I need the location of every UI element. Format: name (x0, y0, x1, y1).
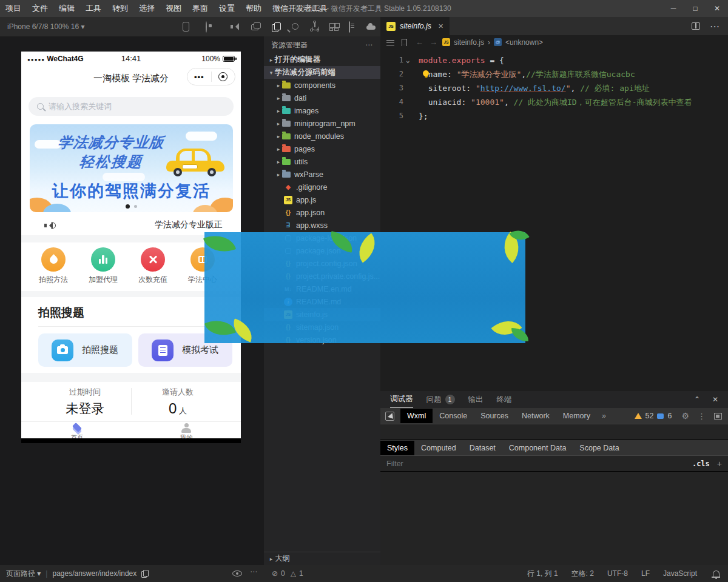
collapse-panel-icon[interactable]: ⌃ (694, 395, 700, 404)
tree-item-pages[interactable]: ▸pages (264, 142, 380, 155)
menu-item-5[interactable]: 选择 (133, 3, 160, 14)
info-bubble-icon[interactable] (657, 413, 664, 419)
back-icon[interactable]: ← (416, 38, 423, 47)
split-editor-icon[interactable] (692, 22, 700, 30)
tree-item-app.js[interactable]: JSapp.js (264, 193, 380, 206)
panel-tab-输出[interactable]: 输出 (468, 395, 484, 405)
outline-section[interactable]: ▸ 大纲 (264, 552, 380, 565)
device-icon[interactable] (183, 22, 189, 32)
grid-item-1[interactable]: 拍照方法 (32, 247, 75, 285)
devtools-tab-network[interactable]: Network (515, 409, 556, 423)
editor-more-icon[interactable]: ⋯ (710, 21, 720, 32)
exam-icon (152, 340, 174, 361)
status-item-2[interactable]: UTF-8 (607, 569, 628, 578)
statusbar-more-icon[interactable]: ⋯ (250, 567, 258, 576)
menu-item-9[interactable]: 帮助 (240, 3, 267, 14)
grid-item-2[interactable]: 加盟代理 (82, 247, 124, 285)
cls-toggle[interactable]: .cls (692, 460, 710, 468)
devtools-tab-sources[interactable]: Sources (474, 409, 515, 423)
problems-indicator[interactable]: ⊘ 0 △ 1 (272, 565, 303, 582)
file-icon[interactable] (349, 21, 350, 33)
notifications-bell-icon[interactable] (713, 570, 720, 577)
forward-icon[interactable]: → (430, 38, 437, 47)
tree-item-app.json[interactable]: {}app.json (264, 206, 380, 219)
more-tabs-icon[interactable]: » (602, 412, 606, 420)
code-area[interactable]: 1⌄module.exports = {2 name: "学法减分专业版",//… (380, 53, 728, 123)
devtools-settings-icon[interactable]: ⚙ (681, 411, 689, 421)
warning-count[interactable]: 52 (645, 412, 654, 420)
bookmark-icon[interactable] (402, 39, 407, 46)
folder-icon (282, 121, 291, 127)
copy-path-icon[interactable] (141, 570, 148, 577)
tree-item-node_modules[interactable]: ▸node_modules (264, 130, 380, 142)
tree-item-app.wxss[interactable]: Eapp.wxss (264, 219, 380, 232)
maximize-button[interactable]: □ (684, 0, 706, 17)
inspect-element-icon[interactable] (385, 412, 394, 421)
tree-item-.gitignore[interactable]: ◆.gitignore (264, 181, 380, 193)
tree-label: 打开的编辑器 (275, 55, 320, 65)
status-item-0[interactable]: 行 1, 列 1 (527, 569, 558, 579)
tree-item-images[interactable]: ▸images (264, 104, 380, 117)
tree-item-wxparse[interactable]: ▸wxParse (264, 168, 380, 181)
styles-tab-component-data[interactable]: Component Data (502, 441, 573, 455)
menu-item-4[interactable]: 转到 (107, 3, 133, 14)
tree-item-dati[interactable]: ▸dati (264, 92, 380, 104)
panel-tab-问题[interactable]: 问题1 (426, 395, 455, 405)
styles-tab-computed[interactable]: Computed (414, 441, 463, 455)
search-input[interactable]: 请输入搜索关键词 (29, 97, 234, 116)
add-style-icon[interactable]: + (717, 459, 722, 469)
record-icon[interactable] (206, 21, 207, 33)
warning-triangle-icon[interactable] (635, 413, 642, 419)
tree-item-components[interactable]: ▸components (264, 79, 380, 92)
explorer-more-icon[interactable]: ⋯ (365, 41, 373, 49)
styles-tab-dataset[interactable]: Dataset (463, 441, 502, 455)
status-item-3[interactable]: LF (641, 569, 650, 578)
grid-item-3[interactable]: 次数充值 (132, 247, 174, 285)
device-selector[interactable]: iPhone 6/7/8 100% 16 ▾ (7, 17, 84, 36)
breadcrumb-file[interactable]: siteinfo.js (454, 38, 484, 47)
lightbulb-icon[interactable] (423, 70, 429, 76)
devtools-tab-wxml[interactable]: Wxml (400, 409, 433, 423)
menu-item-3[interactable]: 工具 (80, 3, 107, 14)
styles-filter-input[interactable] (380, 460, 692, 468)
eye-icon[interactable] (232, 570, 242, 577)
menu-item-0[interactable]: 项目 (0, 3, 27, 14)
outline-list-icon[interactable] (386, 39, 394, 45)
fold-icon[interactable]: ⌄ (406, 53, 410, 67)
status-item-1[interactable]: 空格: 2 (571, 569, 594, 579)
page-path[interactable]: pages/answer/index/index (52, 569, 136, 578)
minimize-button[interactable]: ─ (662, 0, 684, 17)
close-button[interactable]: ✕ (706, 0, 728, 17)
carrier-label: WeChat4G (47, 55, 83, 63)
tree-section-[interactable]: ▾学法减分源码前端 (264, 66, 380, 79)
menu-item-6[interactable]: 视图 (160, 3, 187, 14)
tree-section-[interactable]: ▸打开的编辑器 (264, 53, 380, 66)
page-path-selector[interactable]: 页面路径 ▾ (6, 569, 41, 579)
menu-item-2[interactable]: 编辑 (53, 3, 80, 14)
tab-close-icon[interactable]: ✕ (438, 22, 443, 30)
menu-item-8[interactable]: 设置 (214, 3, 240, 14)
info-count[interactable]: 6 (667, 412, 672, 420)
panel-tab-调试器[interactable]: 调试器 (390, 391, 413, 408)
tab-siteinfo-js[interactable]: JS siteinfo.js ✕ (380, 17, 450, 35)
devtools-tab-memory[interactable]: Memory (556, 409, 597, 423)
breadcrumb-symbol[interactable]: <unknown> (505, 38, 543, 47)
action-button-photo[interactable]: 拍照搜题 (38, 333, 132, 367)
tree-item-utils[interactable]: ▸utils (264, 155, 380, 168)
devtools-tab-console[interactable]: Console (433, 409, 474, 423)
symbol-icon: @ (494, 38, 502, 46)
tree-item-miniprogram_npm[interactable]: ▸miniprogram_npm (264, 117, 380, 130)
phone-status-bar: ●●●●●WeChat4G 14:41 100% (21, 52, 241, 65)
undock-icon[interactable] (714, 413, 722, 420)
close-capsule-button[interactable] (212, 72, 235, 81)
menu-item-7[interactable]: 界面 (187, 3, 214, 14)
status-item-4[interactable]: JavaScript (663, 569, 697, 578)
styles-tab-scope-data[interactable]: Scope Data (573, 441, 625, 455)
styles-tab-styles[interactable]: Styles (380, 441, 414, 455)
panel-tab-终端[interactable]: 终端 (497, 395, 512, 405)
menu-item-1[interactable]: 文件 (27, 3, 53, 14)
banner-carousel[interactable]: 学法减分专业版 轻松搜题 让你的驾照满分复活 (30, 124, 233, 212)
more-menu-button[interactable]: ••• (187, 69, 211, 85)
devtools-kebab-icon[interactable]: ⋮ (698, 412, 706, 421)
close-panel-icon[interactable]: ✕ (712, 395, 718, 404)
